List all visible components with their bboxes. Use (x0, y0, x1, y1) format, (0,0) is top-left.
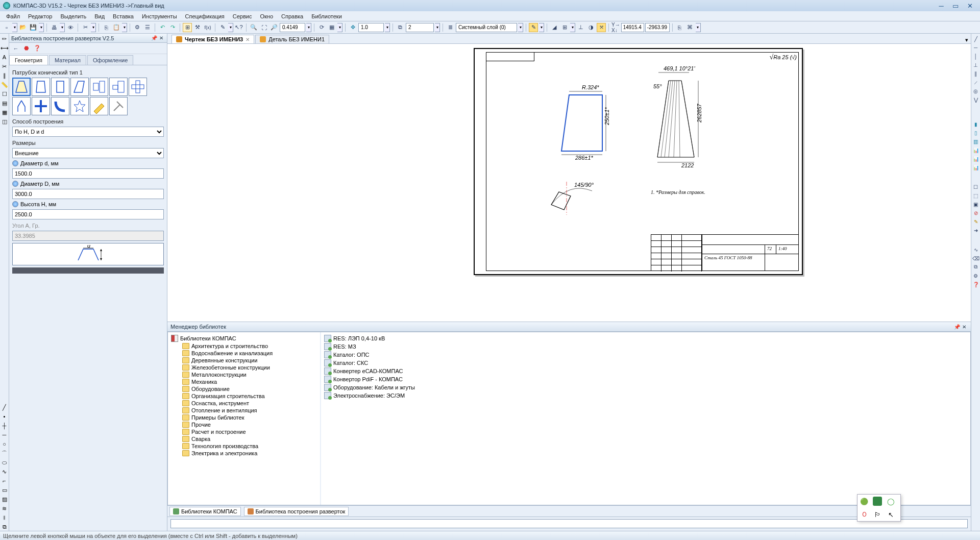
tree-folder[interactable]: Отопление и вентиляция (181, 407, 318, 414)
tree-folder[interactable]: Оснастка, инструмент (181, 400, 318, 407)
hatch-icon[interactable]: ▨ (1, 495, 9, 503)
zoom-field[interactable] (280, 23, 305, 32)
maximize-button[interactable]: ▭ (948, 1, 963, 10)
props-icon[interactable]: ⚙ (133, 23, 142, 32)
copy-icon[interactable]: ⎘ (102, 23, 111, 32)
redo-icon[interactable]: ↷ (168, 23, 177, 32)
r-bars-icon[interactable]: ▥ (972, 137, 980, 145)
r-chart3-icon[interactable]: 📊 (972, 163, 980, 171)
tree-folder[interactable]: Железобетонные конструкции (181, 364, 318, 371)
rect-icon[interactable]: ▭ (1, 486, 9, 494)
r-perp-icon[interactable]: ⊥ (972, 61, 980, 69)
grid-icon[interactable]: ⊞ (560, 23, 569, 32)
command-input[interactable] (170, 519, 968, 528)
r-collect-icon[interactable]: ⧉ (972, 263, 980, 271)
tree-folder[interactable]: Механика (181, 378, 318, 385)
layer-field[interactable] (456, 23, 517, 32)
perp-icon[interactable]: ⊥ (576, 23, 585, 32)
seg-icon[interactable]: ─ (1, 431, 9, 439)
menu-help[interactable]: Справка (277, 12, 307, 20)
macro-icon[interactable]: ⌘ (685, 23, 695, 32)
doc-tab-inactive[interactable]: Деталь БЕЗ ИМЕНИ1 (255, 35, 329, 43)
doc-tab-active[interactable]: Чертеж БЕЗ ИМЕНИ3 ✕ (172, 35, 254, 43)
tree-folder[interactable]: Водоснабжение и канализация (181, 350, 318, 357)
shape-tools-icon[interactable] (109, 97, 128, 115)
mgr-icon[interactable]: ⊞ (183, 23, 192, 32)
r-para-icon[interactable]: ∥ (972, 69, 980, 78)
tree-folder[interactable]: Прочие (181, 421, 318, 428)
shape-cone2-icon[interactable] (32, 78, 50, 96)
r-line-icon[interactable]: ╱ (972, 35, 980, 43)
minimize-button[interactable]: ─ (934, 1, 948, 10)
shape-cone1-icon[interactable] (12, 78, 31, 96)
r-chart-icon[interactable]: 📊 (972, 146, 980, 154)
undo-icon[interactable]: ↶ (158, 23, 167, 32)
menu-service[interactable]: Сервис (229, 12, 256, 20)
shape-cross-icon[interactable] (129, 78, 147, 96)
tree-folder[interactable]: Деревянные конструкции (181, 357, 318, 364)
r-selp-icon[interactable]: ⬚ (972, 191, 980, 200)
new-icon[interactable]: ▫ (2, 23, 11, 32)
shape-join-icon[interactable] (90, 78, 108, 96)
vars-icon[interactable]: ☰ (143, 23, 152, 32)
layers-icon[interactable]: ≣ (446, 23, 455, 32)
arc-icon[interactable]: ⌒ (1, 449, 9, 457)
tray-green-icon[interactable]: 🟢 (860, 497, 869, 506)
r-chart2-icon[interactable]: 📊 (972, 155, 980, 163)
close-button[interactable]: ✕ (963, 1, 977, 10)
aux-icon[interactable]: ┼ (1, 422, 9, 430)
menu-edit[interactable]: Редактор (24, 12, 56, 20)
point-icon[interactable]: • (1, 412, 9, 421)
dim-icon[interactable]: ⟷ (1, 44, 9, 52)
zoom-fit-icon[interactable]: ⛶ (259, 23, 268, 32)
save-drop[interactable]: ▾ (39, 23, 44, 32)
cut-icon[interactable]: ✂ (81, 23, 90, 32)
back-icon[interactable]: ← (11, 44, 20, 53)
equi-icon[interactable]: ⦀ (1, 513, 9, 522)
tray-spin-icon[interactable]: ◯ (886, 497, 895, 506)
btab-libs[interactable]: Библиотеки КОМПАС (169, 507, 241, 516)
lcs-icon[interactable]: ⤧ (597, 23, 606, 32)
tray-square-icon[interactable] (873, 497, 882, 506)
shape-plus-icon[interactable] (32, 97, 50, 115)
r-conc-icon[interactable]: ◎ (972, 87, 980, 95)
tray-flag-icon[interactable]: 🏳 (873, 510, 882, 519)
menu-select[interactable]: Выделить (56, 12, 90, 20)
preview-scroll[interactable] (12, 267, 164, 274)
spec-icon[interactable]: ▤ (1, 99, 9, 107)
r-bar1-icon[interactable]: ▮ (972, 120, 980, 128)
param-icon[interactable]: ∥ (1, 71, 9, 80)
btab-unfold[interactable]: Библиотека построения разверток (244, 507, 349, 516)
r-autoline-icon[interactable]: ∿ (972, 246, 980, 254)
r-reset-icon[interactable]: ⊘ (972, 209, 980, 217)
multi-icon[interactable]: ≋ (1, 504, 9, 512)
r-vline-icon[interactable]: │ (972, 52, 980, 60)
diam-d-input[interactable] (12, 168, 164, 179)
menu-spec[interactable]: Спецификация (181, 12, 229, 20)
height-input[interactable] (12, 209, 164, 219)
shape-trunc-icon[interactable] (70, 78, 89, 96)
line-icon[interactable]: ╱ (1, 403, 9, 411)
libmgr-close-icon[interactable]: ✕ (961, 323, 968, 330)
shape-cyl-icon[interactable] (51, 78, 69, 96)
list-item[interactable]: RES: ЛЭП 0,4-10 кВ (323, 334, 968, 342)
sel-icon[interactable]: ☐ (1, 90, 9, 98)
shape-edit-icon[interactable] (90, 97, 108, 115)
new-drop[interactable]: ▾ (12, 23, 17, 32)
reports-icon[interactable]: ▦ (1, 108, 9, 116)
diam-D-input[interactable] (12, 189, 164, 199)
shape-star-icon[interactable] (70, 97, 89, 115)
pin-icon[interactable]: 📌 (151, 35, 158, 42)
tree-folder[interactable]: Металлоконструкции (181, 371, 318, 378)
geom-icon[interactable]: ✏ (1, 35, 9, 43)
text-icon[interactable]: A (1, 53, 9, 61)
r-tang-icon[interactable]: ⟋ (972, 78, 980, 86)
tree-root[interactable]: Библиотеки КОМПАС (170, 334, 318, 342)
scale-field[interactable] (358, 23, 384, 32)
ortho-icon[interactable]: ◢ (550, 23, 559, 32)
save-icon[interactable]: 💾 (29, 23, 38, 32)
shape-elbow-icon[interactable] (51, 97, 69, 115)
refresh-icon[interactable]: ⟳ (317, 23, 326, 32)
insert-icon[interactable]: ⎘ (675, 23, 684, 32)
collect-icon[interactable]: ⧉ (1, 523, 9, 531)
